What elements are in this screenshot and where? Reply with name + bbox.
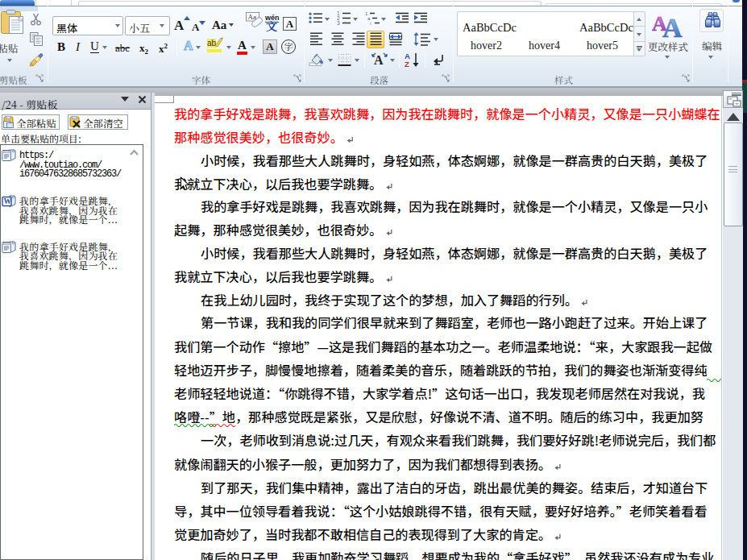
svg-text:A: A bbox=[662, 13, 683, 39]
svg-text:i: i bbox=[370, 21, 371, 25]
svg-text:Z: Z bbox=[405, 60, 409, 68]
svg-text:Aa: Aa bbox=[248, 13, 257, 21]
svg-text:3: 3 bbox=[337, 20, 340, 25]
svg-text:W: W bbox=[4, 197, 12, 205]
svg-text:A: A bbox=[374, 53, 384, 67]
